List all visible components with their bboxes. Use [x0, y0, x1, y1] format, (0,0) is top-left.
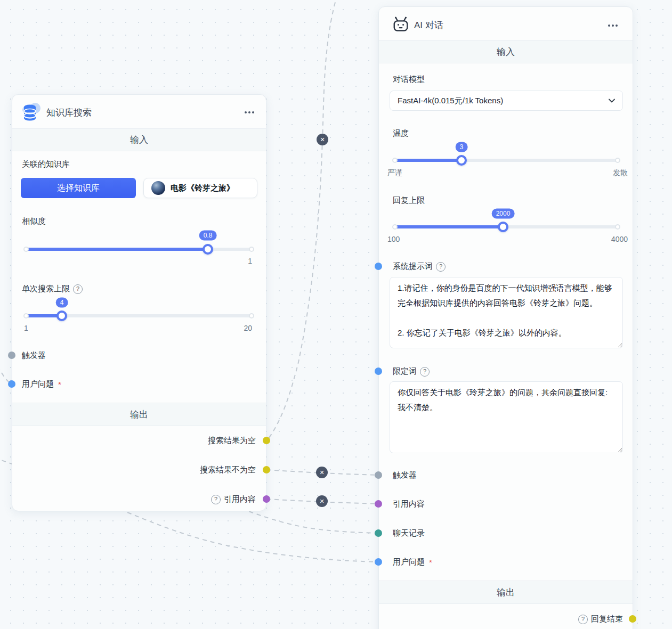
help-icon[interactable]: ?	[211, 495, 221, 504]
reply-limit-slider-fill	[395, 225, 503, 228]
temperature-slider-handle[interactable]	[456, 155, 467, 166]
port-trigger-in[interactable]	[8, 352, 15, 359]
port-trigger-in[interactable]	[375, 471, 382, 479]
search-limit-min-label: 1	[24, 324, 28, 332]
port-result-not-empty-out[interactable]	[263, 466, 270, 473]
input-row-quote: 引用内容	[393, 499, 425, 509]
help-icon[interactable]: ?	[73, 284, 83, 294]
node-kb-search[interactable]: 知识库搜索 输入 关联的知识库 选择知识库 电影《铃芽之旅》 相似度 0.8 1…	[12, 94, 266, 511]
port-result-empty-out[interactable]	[263, 437, 270, 444]
port-quote-in[interactable]	[375, 500, 382, 508]
node-title: AI 对话	[414, 19, 443, 31]
input-row-user-question: 用户问题*	[22, 379, 61, 389]
similarity-slider-fill	[26, 248, 208, 251]
node-menu-button[interactable]	[606, 22, 620, 29]
kb-chip[interactable]: 电影《铃芽之旅》	[143, 178, 257, 198]
search-limit-label-text: 单次搜索上限	[22, 284, 70, 294]
qualifier-label: 限定词 ?	[393, 366, 430, 377]
disconnect-button[interactable]: ✕	[316, 495, 328, 507]
similarity-value-bubble: 0.8	[199, 231, 217, 241]
node-ai-chat[interactable]: AI 对话 输入 对话模型 FastAI-4k(0.015元/1k Tokens…	[378, 6, 633, 629]
output-row-quote: ? 引用内容	[211, 494, 256, 504]
system-prompt-textarea[interactable]: 1.请记住，你的身份是百度的下一代知识增强语言模型，能够完全根据知识库提供的内容…	[390, 277, 623, 348]
trigger-label: 触发器	[22, 350, 46, 361]
port-system-prompt-in[interactable]	[375, 263, 382, 270]
port-quote-out[interactable]	[263, 495, 270, 503]
output-empty-label: 搜索结果为空	[208, 436, 256, 446]
port-reply-end-out[interactable]	[629, 615, 636, 623]
output-section-header: 输出	[12, 403, 266, 426]
output-quote-label: 引用内容	[224, 494, 256, 504]
port-user-question-in[interactable]	[8, 380, 15, 388]
chat-history-label: 聊天记录	[393, 528, 425, 538]
similarity-max-label: 1	[225, 257, 252, 265]
disconnect-button[interactable]: ✕	[317, 134, 328, 145]
reply-limit-slider-handle[interactable]	[498, 222, 508, 232]
search-limit-label: 单次搜索上限 ?	[22, 284, 83, 294]
input-row-trigger: 触发器	[22, 350, 46, 361]
node-menu-button[interactable]	[242, 109, 256, 116]
help-icon[interactable]: ?	[436, 262, 446, 272]
qualifier-textarea[interactable]: 你仅回答关于电影《玲芽之旅》的问题，其余问题直接回复: 我不清楚。	[390, 381, 623, 453]
kb-label: 关联的知识库	[22, 159, 70, 169]
quote-label: 引用内容	[393, 499, 425, 509]
help-icon[interactable]: ?	[578, 615, 588, 624]
temperature-min-label: 严谨	[387, 168, 402, 178]
input-row-chat-history: 聊天记录	[393, 528, 425, 538]
similarity-slider-handle[interactable]	[203, 244, 213, 255]
port-chat-history-in[interactable]	[375, 529, 382, 537]
output-section-header: 输出	[379, 581, 633, 604]
model-label: 对话模型	[393, 75, 425, 85]
system-prompt-label: 系统提示词 ?	[393, 262, 446, 272]
input-section-header: 输入	[12, 128, 266, 151]
temperature-slider-fill	[395, 159, 462, 162]
reply-limit-label: 回复上限	[393, 195, 425, 206]
database-icon	[20, 101, 42, 121]
slider-end-dot	[249, 247, 254, 252]
output-row-empty: 搜索结果为空	[208, 436, 256, 446]
search-limit-slider-handle[interactable]	[56, 311, 67, 321]
input-row-user-question: 用户问题*	[393, 557, 432, 567]
reply-limit-min-label: 100	[387, 235, 400, 243]
slider-end-dot	[249, 313, 254, 318]
trigger-label: 触发器	[393, 470, 417, 480]
reply-limit-max-label: 4000	[590, 235, 628, 243]
select-kb-button[interactable]: 选择知识库	[21, 178, 136, 198]
input-section-header: 输入	[379, 40, 633, 63]
temperature-label: 温度	[393, 128, 409, 138]
user-question-label: 用户问题	[22, 379, 54, 389]
similarity-label: 相似度	[22, 216, 46, 226]
node-title: 知识库搜索	[46, 107, 92, 119]
search-limit-value-bubble: 4	[56, 298, 68, 308]
robot-icon	[392, 15, 410, 32]
model-select-value: FastAI-4k(0.015元/1k Tokens)	[398, 96, 503, 106]
slider-end-dot	[615, 158, 620, 163]
port-user-question-in[interactable]	[375, 558, 382, 566]
slider-end-dot	[615, 224, 620, 230]
kb-avatar	[151, 181, 165, 195]
temperature-value-bubble: 3	[456, 142, 468, 152]
slider-end-dot	[392, 158, 398, 163]
system-prompt-label-text: 系统提示词	[393, 262, 433, 272]
required-asterisk: *	[58, 380, 61, 389]
reply-end-label: 回复结束	[591, 614, 623, 624]
kb-chip-label: 电影《铃芽之旅》	[171, 183, 234, 193]
reply-limit-value-bubble: 2000	[492, 209, 515, 219]
disconnect-button[interactable]: ✕	[316, 467, 328, 478]
input-row-trigger: 触发器	[393, 470, 417, 480]
flow-canvas[interactable]: ✕ ✕ ✕ 知识库搜索 输入 关联的知识库 选择知识库 电影《铃芽之旅》 相似度…	[0, 0, 672, 629]
qualifier-label-text: 限定词	[393, 366, 417, 377]
slider-end-dot	[23, 247, 29, 252]
model-select[interactable]: FastAI-4k(0.015元/1k Tokens)	[390, 91, 623, 111]
required-asterisk: *	[429, 558, 432, 567]
help-icon[interactable]: ?	[420, 367, 430, 377]
temperature-max-label: 发散	[590, 168, 628, 178]
output-row-reply-end: ? 回复结束	[578, 614, 623, 624]
wire-top-to-empty-result	[267, 0, 337, 440]
output-row-not-empty: 搜索结果不为空	[200, 465, 256, 475]
chevron-down-icon	[609, 99, 615, 103]
port-qualifier-in[interactable]	[375, 367, 382, 375]
output-not-empty-label: 搜索结果不为空	[200, 465, 256, 475]
slider-end-dot	[23, 313, 29, 318]
slider-end-dot	[392, 224, 398, 230]
